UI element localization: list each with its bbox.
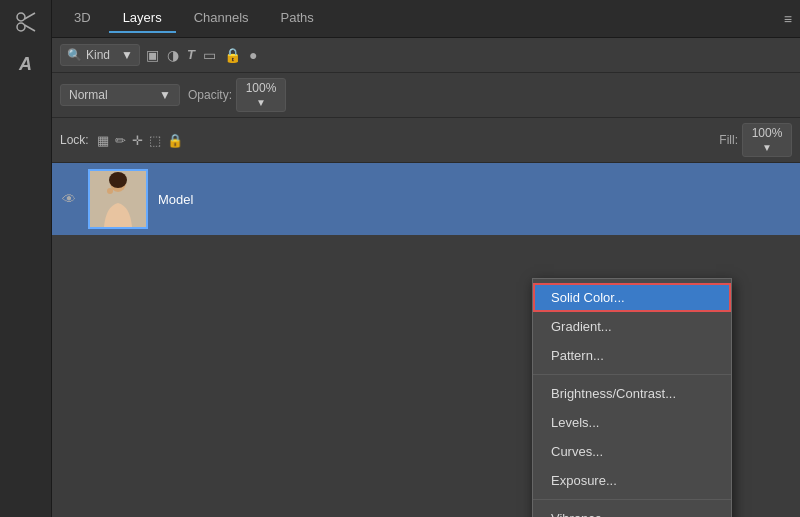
opacity-field[interactable]: 100% ▼ [236, 78, 286, 112]
filter-pixel-icon[interactable]: ▣ [146, 47, 159, 63]
filter-smart-icon[interactable]: 🔒 [224, 47, 241, 63]
filter-kind-label: Kind [86, 48, 110, 62]
layer-thumbnail [88, 169, 148, 229]
blend-mode-dropdown[interactable]: Normal ▼ [60, 84, 180, 106]
opacity-group: Opacity: 100% ▼ [188, 78, 286, 112]
lock-transparent-icon[interactable]: ▦ [97, 133, 109, 148]
left-toolbar: A [0, 0, 52, 517]
tab-bar: 3D Layers Channels Paths ≡ [52, 0, 800, 38]
menu-item-exposure[interactable]: Exposure... [533, 466, 731, 495]
filter-dropdown-arrow: ▼ [121, 48, 133, 62]
menu-separator-1 [533, 374, 731, 375]
context-menu: Solid Color... Gradient... Pattern... Br… [532, 278, 732, 517]
filter-kind-dropdown[interactable]: 🔍 Kind ▼ [60, 44, 140, 66]
opacity-label: Opacity: [188, 88, 232, 102]
lock-artboard-icon[interactable]: ⬚ [149, 133, 161, 148]
search-icon: 🔍 [67, 48, 82, 62]
layer-item-model[interactable]: 👁 Model [52, 163, 800, 235]
menu-separator-2 [533, 499, 731, 500]
menu-item-gradient[interactable]: Gradient... [533, 312, 731, 341]
cut-tool[interactable] [12, 8, 40, 36]
filter-type-icon[interactable]: T [187, 47, 195, 63]
filter-color-icon[interactable]: ● [249, 47, 257, 63]
type-tool[interactable]: A [12, 50, 40, 78]
tab-layers[interactable]: Layers [109, 4, 176, 33]
menu-item-levels[interactable]: Levels... [533, 408, 731, 437]
filter-icons: ▣ ◑ T ▭ 🔒 ● [146, 47, 257, 63]
main-panel: 3D Layers Channels Paths ≡ 🔍 Kind ▼ ▣ ◑ … [52, 0, 800, 517]
lock-all-icon[interactable]: 🔒 [167, 133, 183, 148]
svg-line-2 [24, 13, 35, 19]
menu-item-solid-color[interactable]: Solid Color... [533, 283, 731, 312]
panel-menu-icon[interactable]: ≡ [784, 11, 792, 27]
svg-point-0 [17, 13, 25, 21]
fill-group: Fill: 100% ▼ [719, 123, 792, 157]
blend-mode-arrow: ▼ [159, 88, 171, 102]
menu-item-pattern[interactable]: Pattern... [533, 341, 731, 370]
lock-row: Lock: ▦ ✏ ✛ ⬚ 🔒 Fill: 100% ▼ [52, 118, 800, 163]
menu-item-vibrance[interactable]: Vibrance... [533, 504, 731, 517]
blend-mode-label: Normal [69, 88, 108, 102]
opacity-arrow: ▼ [256, 97, 266, 108]
tab-channels[interactable]: Channels [180, 4, 263, 33]
menu-item-curves[interactable]: Curves... [533, 437, 731, 466]
tab-paths[interactable]: Paths [267, 4, 328, 33]
lock-icons: ▦ ✏ ✛ ⬚ 🔒 [97, 133, 183, 148]
svg-point-7 [107, 188, 113, 194]
fill-label: Fill: [719, 133, 738, 147]
fill-arrow: ▼ [762, 142, 772, 153]
layer-name-label: Model [158, 192, 193, 207]
svg-line-3 [24, 25, 35, 31]
fill-field[interactable]: 100% ▼ [742, 123, 792, 157]
lock-pixels-icon[interactable]: ✏ [115, 133, 126, 148]
filter-row: 🔍 Kind ▼ ▣ ◑ T ▭ 🔒 ● [52, 38, 800, 73]
menu-item-brightness-contrast[interactable]: Brightness/Contrast... [533, 379, 731, 408]
blend-row: Normal ▼ Opacity: 100% ▼ [52, 73, 800, 118]
tab-3d[interactable]: 3D [60, 4, 105, 33]
filter-shape-icon[interactable]: ▭ [203, 47, 216, 63]
layer-visibility-icon[interactable]: 👁 [60, 191, 78, 207]
svg-point-1 [17, 23, 25, 31]
lock-position-icon[interactable]: ✛ [132, 133, 143, 148]
panel-content: 🔍 Kind ▼ ▣ ◑ T ▭ 🔒 ● Normal ▼ Opacity: [52, 38, 800, 517]
svg-point-6 [109, 172, 127, 188]
filter-adjustment-icon[interactable]: ◑ [167, 47, 179, 63]
lock-label: Lock: [60, 133, 89, 147]
